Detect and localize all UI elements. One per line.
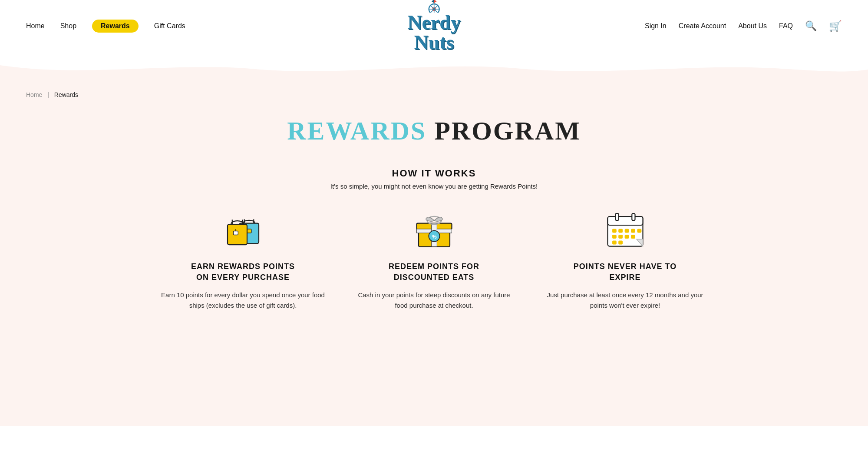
- no-expiry-title: POINTS NEVER HAVE TOEXPIRE: [574, 261, 677, 283]
- feature-redeem-points: % REDEEM POINTS FORDISCOUNTED EATS Cash …: [352, 207, 517, 311]
- feature-earn-points: EARN REWARDS POINTSON EVERY PURCHASE Ear…: [161, 207, 326, 311]
- nav-left: Home Shop Rewards Gift Cards: [26, 20, 185, 33]
- shopping-bags-icon: [221, 209, 265, 249]
- breadcrumb-separator: |: [47, 91, 49, 98]
- svg-rect-35: [618, 235, 622, 239]
- nav-sign-in[interactable]: Sign In: [645, 22, 667, 30]
- svg-rect-38: [612, 241, 616, 244]
- svg-rect-29: [612, 229, 616, 233]
- main-content: Home | Rewards REWARDS PROGRAM HOW IT WO…: [0, 78, 868, 426]
- svg-rect-34: [612, 235, 616, 239]
- feature-no-expiry: POINTS NEVER HAVE TOEXPIRE Just purchase…: [543, 207, 708, 311]
- nav-home[interactable]: Home: [26, 22, 45, 30]
- breadcrumb: Home | Rewards: [0, 91, 868, 107]
- header: Home Shop Rewards Gift Cards Ner: [0, 0, 868, 52]
- breadcrumb-home[interactable]: Home: [26, 91, 42, 98]
- how-it-works-title: HOW IT WORKS: [0, 168, 868, 179]
- how-it-works-section: HOW IT WORKS It's so simple, you might n…: [0, 168, 868, 190]
- svg-rect-37: [631, 235, 635, 239]
- logo[interactable]: Nerdy Nuts: [407, 0, 461, 53]
- svg-rect-28: [632, 213, 635, 220]
- svg-marker-2: [431, 0, 434, 3]
- cart-icon[interactable]: 🛒: [829, 20, 842, 32]
- svg-rect-36: [625, 235, 629, 239]
- gift-box-icon: %: [413, 209, 456, 249]
- redeem-points-icon: %: [410, 207, 458, 251]
- nav-create-account[interactable]: Create Account: [679, 22, 726, 30]
- redeem-points-title: REDEEM POINTS FORDISCOUNTED EATS: [389, 261, 479, 283]
- svg-rect-27: [615, 213, 618, 220]
- earn-points-title: EARN REWARDS POINTSON EVERY PURCHASE: [191, 261, 295, 283]
- svg-rect-26: [607, 216, 643, 225]
- wave-divider: [0, 52, 868, 78]
- page-title: REWARDS PROGRAM: [0, 116, 868, 146]
- page-title-rewards: REWARDS: [287, 116, 426, 145]
- how-it-works-subtitle: It's so simple, you might not even know …: [0, 183, 868, 190]
- no-expiry-icon: [601, 207, 649, 251]
- nav-shop[interactable]: Shop: [60, 22, 76, 30]
- features-grid: EARN REWARDS POINTSON EVERY PURCHASE Ear…: [0, 207, 868, 311]
- svg-rect-31: [625, 229, 629, 233]
- earn-points-desc: Earn 10 points for every dollar you spen…: [161, 290, 326, 311]
- earn-points-icon: [219, 207, 267, 251]
- nav-rewards[interactable]: Rewards: [92, 20, 139, 33]
- svg-rect-33: [637, 229, 641, 233]
- search-icon[interactable]: 🔍: [805, 20, 817, 32]
- nav-faq[interactable]: FAQ: [779, 22, 793, 30]
- nav-right: Sign In Create Account About Us FAQ 🔍 🛒: [645, 20, 842, 32]
- svg-rect-39: [618, 241, 622, 244]
- svg-text:%: %: [432, 234, 436, 240]
- logo-text-nuts: Nuts: [414, 33, 454, 53]
- svg-rect-30: [618, 229, 622, 233]
- nav-about-us[interactable]: About Us: [738, 22, 767, 30]
- svg-rect-32: [631, 229, 635, 233]
- breadcrumb-current: Rewards: [54, 91, 78, 98]
- no-expiry-desc: Just purchase at least once every 12 mon…: [543, 290, 708, 311]
- calendar-icon: [604, 209, 647, 249]
- nav-gift-cards[interactable]: Gift Cards: [154, 22, 185, 30]
- svg-rect-16: [233, 231, 238, 235]
- svg-marker-1: [434, 0, 436, 3]
- redeem-points-desc: Cash in your points for steep discounts …: [352, 290, 517, 311]
- page-title-program: PROGRAM: [426, 116, 581, 145]
- logo-text-nerdy: Nerdy: [407, 13, 461, 33]
- logo-ferris-wheel-icon: [416, 0, 451, 13]
